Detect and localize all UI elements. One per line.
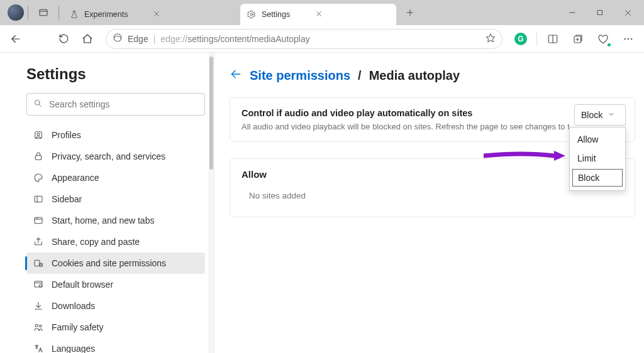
appearance-icon — [33, 172, 44, 183]
home-button[interactable] — [77, 28, 98, 50]
svg-point-21 — [625, 38, 626, 39]
tab-actions-icon[interactable] — [37, 6, 50, 19]
control-title: Control if audio and video play automati… — [242, 108, 623, 118]
svg-point-14 — [114, 34, 121, 41]
nav-label: Downloads — [52, 301, 95, 311]
autoplay-dropdown: Allow Limit Block — [569, 127, 626, 191]
option-limit[interactable]: Limit — [570, 149, 625, 168]
search-input[interactable] — [49, 99, 198, 109]
svg-marker-15 — [486, 34, 494, 42]
nav-languages[interactable]: Languages — [26, 338, 205, 353]
option-block[interactable]: Block — [572, 169, 623, 187]
split-screen-icon[interactable] — [542, 28, 564, 50]
breadcrumb-sep: / — [358, 68, 362, 83]
back-button[interactable] — [5, 28, 26, 50]
sidebar-scrollbar[interactable] — [209, 53, 214, 353]
address-url: edge://settings/content/mediaAutoplay — [160, 34, 309, 44]
gear-icon — [247, 9, 257, 19]
profile-icon — [33, 129, 44, 141]
nav-family[interactable]: Family safety — [26, 317, 205, 338]
search-icon — [33, 99, 43, 110]
settings-sidebar: Settings Profiles Privacy, search, and s… — [0, 53, 214, 353]
tab-label: Settings — [262, 10, 290, 19]
svg-rect-31 — [35, 217, 42, 223]
svg-rect-34 — [35, 260, 40, 266]
svg-point-4 — [250, 13, 253, 16]
settings-nav: Profiles Privacy, search, and services A… — [26, 124, 205, 353]
toolbar-right-icons: G — [510, 28, 639, 50]
control-description: All audio and video playback will be blo… — [242, 122, 623, 131]
breadcrumb: Site permissions / Media autoplay — [230, 68, 635, 84]
nav-share[interactable]: Share, copy and paste — [26, 231, 205, 253]
close-icon[interactable] — [315, 10, 323, 19]
languages-icon — [33, 343, 44, 353]
address-bar[interactable]: Edge | edge://settings/content/mediaAuto… — [106, 29, 502, 49]
nav-appearance[interactable]: Appearance — [26, 167, 205, 188]
svg-point-38 — [39, 285, 42, 287]
tab-label: Experiments — [84, 10, 128, 19]
tab-settings[interactable]: Settings — [240, 4, 396, 25]
svg-rect-28 — [35, 156, 41, 160]
svg-rect-36 — [35, 281, 42, 287]
nav-label: Cookies and site permissions — [52, 258, 166, 268]
maximize-button[interactable] — [586, 2, 614, 23]
refresh-button[interactable] — [53, 28, 74, 50]
svg-rect-10 — [598, 11, 602, 15]
flask-icon — [69, 9, 79, 19]
autoplay-select[interactable]: Block — [574, 104, 626, 126]
allow-empty-text: No sites added — [249, 191, 623, 200]
new-tab-button[interactable] — [400, 3, 420, 23]
nav-downloads[interactable]: Downloads — [26, 295, 205, 317]
browser-icon — [33, 279, 44, 290]
svg-line-25 — [39, 104, 41, 106]
settings-page: Settings Profiles Privacy, search, and s… — [0, 53, 644, 353]
separator — [536, 32, 537, 46]
lock-icon — [33, 151, 44, 162]
separator — [58, 6, 59, 19]
nav-profiles[interactable]: Profiles — [26, 124, 205, 146]
close-icon[interactable] — [153, 10, 160, 19]
back-icon[interactable] — [230, 68, 242, 84]
nav-label: Family safety — [52, 322, 103, 332]
breadcrumb-link[interactable]: Site permissions — [250, 68, 350, 83]
svg-rect-29 — [35, 196, 42, 202]
nav-label: Sidebar — [52, 194, 82, 204]
nav-start[interactable]: Start, home, and new tabs — [26, 210, 205, 231]
nav-label: Share, copy and paste — [52, 237, 140, 247]
nav-label: Languages — [52, 344, 95, 353]
chevron-down-icon — [608, 110, 615, 120]
collections-icon[interactable] — [567, 28, 589, 50]
family-icon — [33, 322, 44, 333]
browser-essentials-icon[interactable] — [592, 28, 614, 50]
title-bar: Experiments Settings — [0, 0, 644, 25]
scrollbar-thumb[interactable] — [209, 57, 213, 170]
minimize-button[interactable] — [558, 2, 586, 23]
svg-point-22 — [628, 38, 629, 39]
allow-title: Allow — [242, 169, 623, 180]
sidebar-icon — [33, 193, 44, 205]
svg-point-23 — [631, 38, 632, 39]
separator — [28, 6, 28, 19]
settings-search[interactable] — [26, 93, 205, 116]
breadcrumb-current: Media autoplay — [369, 68, 460, 83]
tabs-icon — [33, 215, 44, 226]
nav-sidebar[interactable]: Sidebar — [26, 188, 205, 210]
nav-label: Appearance — [52, 173, 99, 183]
grammarly-extension-icon[interactable]: G — [510, 28, 531, 50]
svg-rect-0 — [40, 9, 47, 15]
option-allow[interactable]: Allow — [570, 130, 625, 149]
svg-point-41 — [40, 325, 42, 327]
download-icon — [33, 300, 44, 312]
nav-privacy[interactable]: Privacy, search, and services — [26, 146, 205, 167]
nav-label: Profiles — [52, 130, 81, 140]
more-menu-icon[interactable] — [618, 28, 639, 50]
nav-cookies[interactable]: Cookies and site permissions — [26, 253, 205, 274]
window-controls — [558, 2, 641, 23]
nav-default-browser[interactable]: Default browser — [26, 274, 205, 295]
favorite-icon[interactable] — [486, 33, 496, 45]
forward-button — [29, 28, 50, 50]
profile-avatar[interactable] — [8, 4, 24, 21]
tab-experiments[interactable]: Experiments — [63, 4, 240, 25]
close-window-button[interactable] — [614, 2, 641, 23]
svg-point-27 — [37, 133, 40, 136]
